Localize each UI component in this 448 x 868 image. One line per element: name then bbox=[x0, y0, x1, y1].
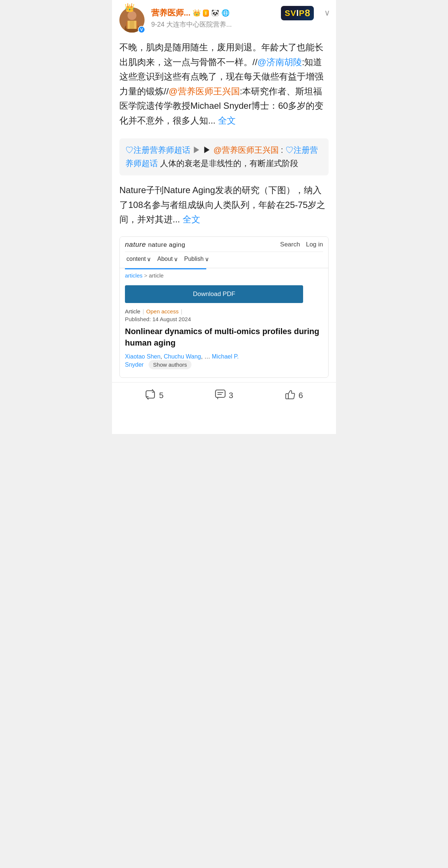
article-title: Nonlinear dynamics of multi-omics profil… bbox=[125, 326, 323, 349]
nature-article-body: Download PDF Article | Open access | Pub… bbox=[120, 282, 328, 377]
rank-badge: I bbox=[203, 10, 209, 17]
svip-p: P bbox=[299, 9, 305, 18]
avatar[interactable]: 👑 V bbox=[119, 7, 146, 34]
breadcrumb-articles[interactable]: articles bbox=[125, 272, 143, 279]
article-intro: Nature子刊Nature Aging发表的研究（下图），纳入了108名参与者… bbox=[119, 183, 329, 227]
open-access-link[interactable]: Open access bbox=[146, 308, 179, 314]
like-count: 6 bbox=[299, 391, 303, 400]
nav-login-link[interactable]: Log in bbox=[306, 241, 323, 248]
like-button[interactable]: 6 bbox=[285, 389, 303, 402]
repost-mention[interactable]: @营养医师王兴国 bbox=[213, 145, 278, 155]
download-pdf-button[interactable]: Download PDF bbox=[125, 285, 303, 303]
menu-publish-label: Publish bbox=[184, 256, 203, 262]
author2-link[interactable]: Chuchu Wang bbox=[164, 353, 201, 360]
breadcrumb-current: article bbox=[149, 272, 164, 279]
bottom-toolbar: 5 3 6 bbox=[112, 382, 336, 409]
comment-count: 3 bbox=[229, 391, 233, 400]
repost-section: ♡注册营养师超话 ▶ ▶ @营养医师王兴国 : ♡注册营养师超话 人体的衰老是非… bbox=[119, 138, 329, 176]
author1-link[interactable]: Xiaotao Shen bbox=[125, 353, 160, 360]
crown-badge: 👑 bbox=[193, 9, 201, 17]
full-text-link2[interactable]: 全文 bbox=[183, 214, 200, 224]
repost-link1[interactable]: ♡注册营养师超话 bbox=[125, 145, 190, 155]
menu-about[interactable]: About ∨ bbox=[156, 254, 182, 264]
article-authors: Xiaotao Shen, Chuchu Wang, … Michael P.S… bbox=[125, 353, 323, 369]
comment-icon bbox=[215, 389, 226, 402]
article-type-label: Article bbox=[125, 308, 140, 314]
mention-jinan[interactable]: @济南胡陵 bbox=[257, 57, 302, 67]
nature-nav-links: Search Log in bbox=[280, 241, 323, 248]
full-text-link1[interactable]: 全文 bbox=[218, 115, 236, 125]
chevron-down-icon[interactable]: ∨ bbox=[324, 8, 330, 18]
globe-badge: 🌐 bbox=[221, 9, 230, 17]
svg-rect-6 bbox=[130, 21, 134, 29]
published-date: Published: 14 August 2024 bbox=[125, 316, 323, 322]
content-chevron-icon: ∨ bbox=[147, 256, 151, 263]
svg-rect-7 bbox=[215, 390, 225, 397]
svip-label: SV bbox=[285, 9, 296, 18]
svip-badge[interactable]: SVlP8 bbox=[281, 6, 314, 20]
breadcrumb: articles > article bbox=[120, 269, 328, 282]
comment-button[interactable]: 3 bbox=[215, 389, 233, 402]
username[interactable]: 营养医师... bbox=[151, 7, 190, 18]
about-chevron-icon: ∨ bbox=[174, 256, 178, 263]
like-icon bbox=[285, 389, 296, 402]
repost-arrow: ▶ bbox=[193, 145, 201, 155]
verified-badge: V bbox=[138, 26, 145, 33]
article-intro-body: Nature子刊Nature Aging发表的研究（下图），纳入了108名参与者… bbox=[119, 185, 325, 224]
show-authors-button[interactable]: Show authors bbox=[149, 360, 191, 369]
post-meta: 9-24 大连市中心医院营养... bbox=[151, 20, 329, 29]
nav-search-link[interactable]: Search bbox=[280, 241, 300, 248]
post-content: 不晚，肌肉是随用随生，废用则退。年龄大了也能长出肌肉来，这一点与骨骼不一样。//… bbox=[112, 38, 336, 133]
menu-publish[interactable]: Publish ∨ bbox=[183, 254, 213, 264]
repost-text: ♡注册营养师超话 ▶ ▶ @营养医师王兴国 : ♡注册营养师超话 人体的衰老是非… bbox=[125, 144, 323, 171]
menu-content-label: content bbox=[126, 256, 146, 262]
nature-logo: nature nature aging bbox=[125, 240, 185, 249]
menu-content[interactable]: content ∨ bbox=[125, 254, 155, 264]
published-date-value: 14 August 2024 bbox=[152, 316, 191, 322]
meta-divider2: | bbox=[181, 308, 182, 314]
main-post-text: 不晚，肌肉是随用随生，废用则退。年龄大了也能长出肌肉来，这一点与骨骼不一样。//… bbox=[119, 40, 329, 128]
nature-logo-bar: nature nature aging Search Log in bbox=[125, 240, 323, 252]
published-label: Published: bbox=[125, 316, 152, 322]
article-intro-text: Nature子刊Nature Aging发表的研究（下图），纳入了108名参与者… bbox=[112, 181, 336, 232]
svip-vtext: l bbox=[296, 9, 299, 18]
repost-body-text: 人体的衰老是非线性的，有断崖式阶段 bbox=[160, 159, 298, 168]
mention-wangxingguo[interactable]: @营养医师王兴国 bbox=[169, 86, 240, 96]
repost-icon bbox=[145, 389, 156, 402]
crown-icon: 👑 bbox=[125, 3, 135, 13]
svip-number: 8 bbox=[305, 7, 310, 19]
repost-button[interactable]: 5 bbox=[145, 389, 163, 402]
breadcrumb-separator: > bbox=[144, 272, 147, 279]
nature-menu-bar: content ∨ About ∨ Publish ∨ bbox=[125, 252, 323, 264]
publish-chevron-icon: ∨ bbox=[205, 256, 209, 263]
panda-badge: 🐼 bbox=[211, 9, 219, 17]
nature-nav: nature nature aging Search Log in conten… bbox=[120, 237, 328, 268]
repost-colon: : bbox=[281, 145, 283, 155]
meta-divider: | bbox=[143, 308, 144, 314]
author-ellipsis: … bbox=[204, 353, 210, 360]
post-header: 👑 V 营养医师... 👑 I bbox=[112, 0, 336, 38]
menu-about-label: About bbox=[157, 256, 173, 262]
repost-count: 5 bbox=[159, 391, 163, 400]
svg-rect-10 bbox=[286, 394, 288, 399]
article-type-row: Article | Open access | bbox=[125, 308, 323, 314]
repost-arrow-icon: ▶ bbox=[203, 145, 213, 155]
nature-embed: nature nature aging Search Log in conten… bbox=[119, 236, 329, 378]
